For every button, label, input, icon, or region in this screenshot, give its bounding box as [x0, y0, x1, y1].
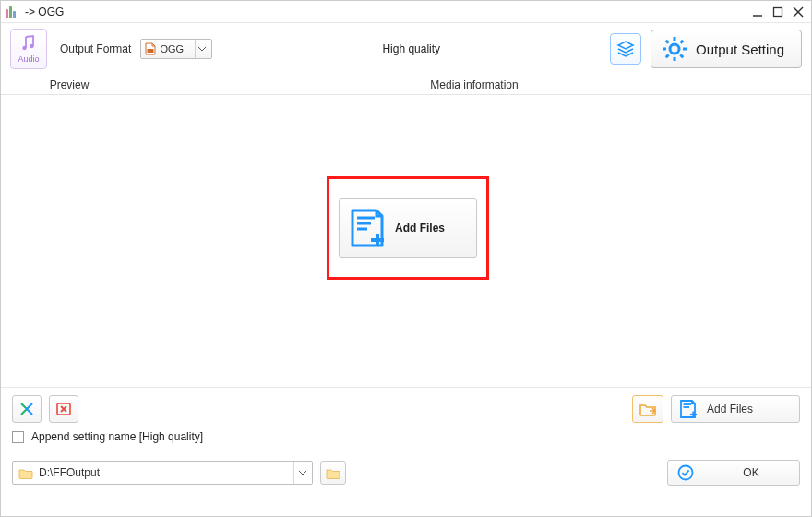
folder-icon	[326, 467, 340, 479]
ok-button[interactable]: OK	[667, 460, 800, 486]
svg-line-14	[680, 41, 683, 43]
svg-line-12	[666, 41, 669, 43]
output-path-select[interactable]: D:\FFOutput	[12, 461, 313, 485]
file-drop-area[interactable]: Add Files	[1, 95, 811, 387]
output-format-label: Output Format	[60, 42, 131, 55]
svg-line-15	[666, 54, 669, 57]
output-format-value: OGG	[160, 43, 184, 54]
media-info-column-header: Media information	[137, 78, 811, 91]
quality-label: High quality	[221, 42, 601, 55]
titlebar: -> OGG	[1, 1, 811, 23]
toolbar: Audio Output Format OGG High quality	[1, 23, 811, 75]
layers-icon	[616, 40, 635, 58]
minimize-button[interactable]	[752, 6, 763, 18]
add-document-icon	[679, 399, 698, 419]
app-icon	[5, 5, 19, 19]
delete-icon	[55, 401, 72, 417]
check-circle-icon	[677, 464, 694, 481]
output-setting-label: Output Setting	[696, 42, 784, 57]
merge-icon	[18, 401, 35, 417]
open-output-folder-button[interactable]	[632, 395, 663, 423]
output-format-select[interactable]: OGG	[140, 39, 212, 59]
audio-mode-button[interactable]: Audio	[10, 29, 47, 69]
add-files-label: Add Files	[707, 403, 753, 415]
chevron-down-icon	[293, 462, 310, 484]
svg-line-13	[680, 54, 683, 57]
audio-mode-label: Audio	[18, 54, 39, 64]
add-files-center-button[interactable]: Add Files	[339, 198, 477, 258]
svg-rect-1	[774, 7, 782, 16]
add-files-center-label: Add Files	[395, 222, 445, 234]
append-setting-checkbox[interactable]	[12, 431, 24, 443]
maximize-button[interactable]	[772, 6, 783, 18]
delete-button[interactable]	[49, 395, 78, 423]
add-document-icon	[349, 208, 386, 248]
svg-point-28	[679, 466, 693, 480]
music-note-icon	[19, 34, 38, 53]
ok-label: OK	[716, 466, 786, 479]
folder-export-icon	[639, 401, 657, 417]
column-headers: Preview Media information	[1, 75, 811, 95]
svg-point-5	[30, 44, 33, 48]
close-button[interactable]	[793, 6, 804, 18]
chevron-down-icon	[195, 40, 208, 58]
output-path-value: D:\FFOutput	[39, 466, 100, 479]
browse-folder-button[interactable]	[320, 461, 346, 485]
bottom-panel: Add Files Append setting name [High qual…	[1, 387, 811, 495]
file-icon	[145, 42, 156, 55]
svg-point-7	[670, 44, 679, 54]
output-setting-button[interactable]: Output Setting	[651, 30, 802, 68]
gear-icon	[661, 35, 688, 63]
append-setting-label: Append setting name [High quality]	[31, 430, 203, 443]
folder-icon	[18, 467, 33, 479]
preview-column-header: Preview	[1, 78, 137, 91]
layers-button[interactable]	[610, 33, 641, 65]
svg-rect-6	[148, 49, 154, 53]
window-title: -> OGG	[25, 6, 752, 18]
add-files-button[interactable]: Add Files	[671, 395, 800, 423]
merge-button[interactable]	[12, 395, 42, 423]
